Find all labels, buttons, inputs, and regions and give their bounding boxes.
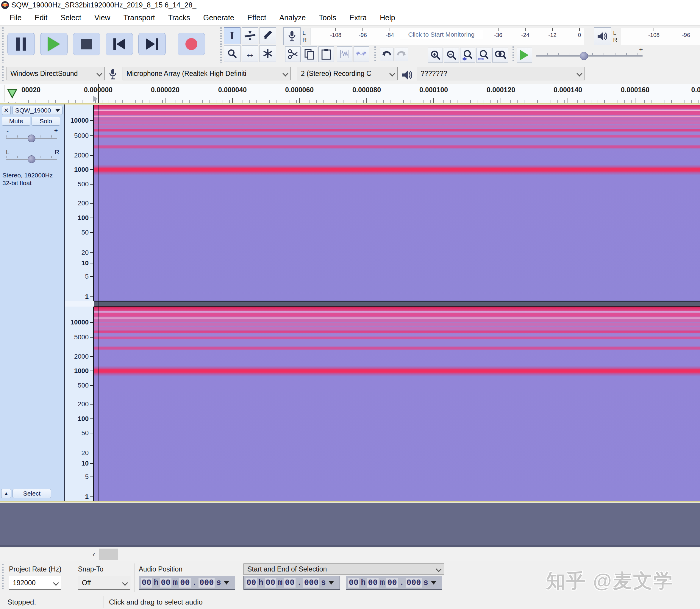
- toolbar-grip[interactable]: [2, 28, 4, 63]
- timeline-ruler[interactable]: 00020 0.000000 0.000020 0.000040 0.00006…: [0, 84, 700, 103]
- gain-slider[interactable]: [6, 138, 57, 140]
- undo-button[interactable]: [380, 48, 393, 61]
- play-button[interactable]: [40, 33, 68, 55]
- pause-button[interactable]: [7, 33, 35, 55]
- selection-mode-dropdown[interactable]: Start and End of Selection: [243, 563, 444, 575]
- playhead-marker[interactable]: [93, 95, 98, 102]
- paste-button[interactable]: [318, 47, 334, 62]
- pin-playhead-button[interactable]: [4, 85, 20, 102]
- edit-toolbar-grip[interactable]: [374, 47, 376, 62]
- cut-button[interactable]: [285, 47, 301, 62]
- selection-toolbar-grip[interactable]: [2, 564, 4, 591]
- project-rate-dropdown[interactable]: 192000: [9, 576, 61, 590]
- mute-button[interactable]: Mute: [2, 117, 30, 126]
- stop-button[interactable]: [73, 33, 100, 55]
- cut-icon: [287, 49, 298, 59]
- selection-start-field[interactable]: 00h00m00.000s: [243, 576, 340, 590]
- timeline-label: 0.00: [692, 86, 700, 94]
- multi-tool-button[interactable]: [260, 45, 276, 62]
- zoom-toggle-button[interactable]: [492, 48, 508, 63]
- track-title-menu[interactable]: SQW_19000: [13, 106, 63, 115]
- time-format-arrow-icon[interactable]: [224, 581, 229, 585]
- playspeed-slider[interactable]: - +: [536, 50, 643, 62]
- copy-button[interactable]: [302, 47, 317, 62]
- selection-end-field[interactable]: 00h00m00.000s: [346, 576, 442, 590]
- draw-tool-button[interactable]: [260, 28, 276, 44]
- recording-channels-dropdown[interactable]: 2 (Stereo) Recording C: [297, 67, 398, 80]
- device-toolbar-grip[interactable]: [2, 66, 4, 81]
- zoom-tool-button[interactable]: [224, 45, 241, 62]
- track-format-line2: 32-bit float: [2, 179, 32, 187]
- audio-host-dropdown[interactable]: Windows DirectSound: [6, 67, 105, 80]
- gain-slider-thumb[interactable]: [28, 135, 35, 142]
- zoom-fit-icon: [478, 50, 489, 60]
- menu-tools[interactable]: Tools: [312, 10, 343, 25]
- menu-edit[interactable]: Edit: [28, 10, 54, 25]
- project-rate-value: 192000: [13, 579, 36, 587]
- menu-bar: File Edit Select View Transport Tracks G…: [0, 10, 700, 25]
- record-meter[interactable]: -108 -96 -84 -36 -24 -12 0 Click to Star…: [310, 28, 584, 45]
- playspeed-toolbar-grip[interactable]: [512, 47, 514, 62]
- spectrogram-channel-right[interactable]: [94, 307, 700, 501]
- tools-toolbar-grip[interactable]: [220, 28, 222, 63]
- close-track-button[interactable]: ✕: [2, 106, 11, 115]
- play-meter-button[interactable]: [594, 28, 611, 45]
- menu-tracks[interactable]: Tracks: [162, 10, 197, 25]
- track-control-panel: ✕ SQW_19000 Mute Solo - + L R Stereo, 19…: [0, 104, 65, 501]
- playspeed-minus-label: -: [535, 46, 537, 54]
- trim-audio-button[interactable]: [337, 47, 352, 62]
- zoom-fit-button[interactable]: [476, 48, 491, 63]
- time-format-arrow-icon[interactable]: [329, 581, 334, 585]
- play-meter[interactable]: -108 -96: [621, 28, 700, 45]
- pan-slider-thumb[interactable]: [28, 155, 35, 163]
- snap-to-dropdown[interactable]: Off: [78, 576, 130, 590]
- skip-to-end-button[interactable]: [138, 33, 166, 55]
- frequency-ruler-ch2[interactable]: 10000 5000 2000 1000 500 200 100 50 20 1…: [65, 307, 94, 501]
- play-at-speed-button[interactable]: [517, 48, 532, 63]
- menu-view[interactable]: View: [88, 10, 117, 25]
- solo-button[interactable]: Solo: [32, 117, 60, 126]
- selection-tool-button[interactable]: I: [224, 28, 241, 44]
- menu-generate[interactable]: Generate: [197, 10, 241, 25]
- zoom-in-button[interactable]: [428, 48, 443, 63]
- select-track-button[interactable]: Select: [13, 489, 51, 498]
- time-format-arrow-icon[interactable]: [431, 581, 436, 585]
- record-button[interactable]: [178, 33, 205, 55]
- frequency-ruler-ch1[interactable]: 10000 5000 2000 1000 500 200 100 50 20 1…: [65, 105, 94, 301]
- track-menu-arrow-icon: [55, 109, 60, 112]
- envelope-tool-button[interactable]: [242, 28, 258, 44]
- play-meter-channel-labels: LR: [613, 28, 617, 45]
- menu-transport[interactable]: Transport: [117, 10, 162, 25]
- silence-audio-button[interactable]: [354, 47, 369, 62]
- audio-position-field[interactable]: 00h00m00.000s: [139, 576, 235, 590]
- menu-help[interactable]: Help: [373, 10, 402, 25]
- recording-device-dropdown[interactable]: Microphone Array (Realtek High Definiti: [123, 67, 291, 80]
- zoom-selection-button[interactable]: [460, 48, 475, 63]
- spectrogram-channel-left[interactable]: [94, 105, 700, 301]
- horizontal-scrollbar[interactable]: ‹: [0, 547, 700, 561]
- record-meter-scale: -12: [548, 32, 556, 38]
- menu-analyze[interactable]: Analyze: [273, 10, 312, 25]
- scrollbar-thumb[interactable]: [99, 549, 118, 560]
- record-meter-button[interactable]: [283, 28, 301, 45]
- status-hint: Click and drag to select audio: [109, 598, 203, 606]
- menu-select[interactable]: Select: [54, 10, 88, 25]
- collapse-track-button[interactable]: ▲: [1, 489, 11, 498]
- skip-to-start-button[interactable]: [106, 33, 133, 55]
- start-monitoring-label[interactable]: Click to Start Monitoring: [400, 30, 483, 39]
- zoom-out-button[interactable]: [444, 48, 459, 63]
- playspeed-slider-thumb[interactable]: [580, 52, 588, 60]
- record-meter-scale: -96: [358, 32, 367, 38]
- record-meter-scale: -36: [494, 32, 502, 38]
- scroll-left-arrow-icon[interactable]: ‹: [89, 549, 98, 560]
- pan-slider[interactable]: [6, 159, 57, 160]
- menu-file[interactable]: File: [3, 10, 28, 25]
- menu-effect[interactable]: Effect: [241, 10, 273, 25]
- playback-device-dropdown[interactable]: ???????: [417, 67, 585, 80]
- playback-device-value: ???????: [421, 70, 447, 78]
- record-meter-scale: -84: [386, 32, 394, 38]
- stop-icon: [81, 39, 92, 49]
- redo-button[interactable]: [395, 48, 408, 61]
- menu-extra[interactable]: Extra: [343, 10, 373, 25]
- time-shift-tool-button[interactable]: ↔: [242, 45, 258, 62]
